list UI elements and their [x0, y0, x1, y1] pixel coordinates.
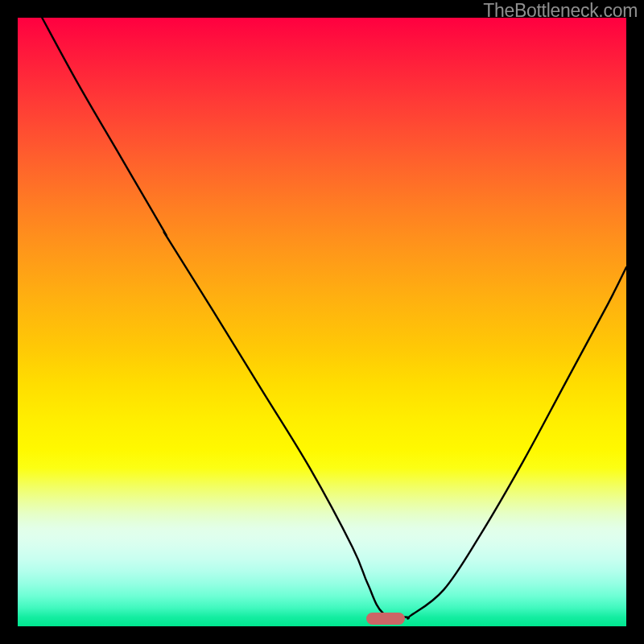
- plot-area: [18, 18, 626, 626]
- watermark-text: TheBottleneck.com: [483, 0, 638, 22]
- curve-path: [42, 18, 626, 619]
- bottleneck-curve: [18, 18, 626, 626]
- chart-frame: TheBottleneck.com: [0, 0, 644, 644]
- optimal-region-marker: [366, 613, 405, 625]
